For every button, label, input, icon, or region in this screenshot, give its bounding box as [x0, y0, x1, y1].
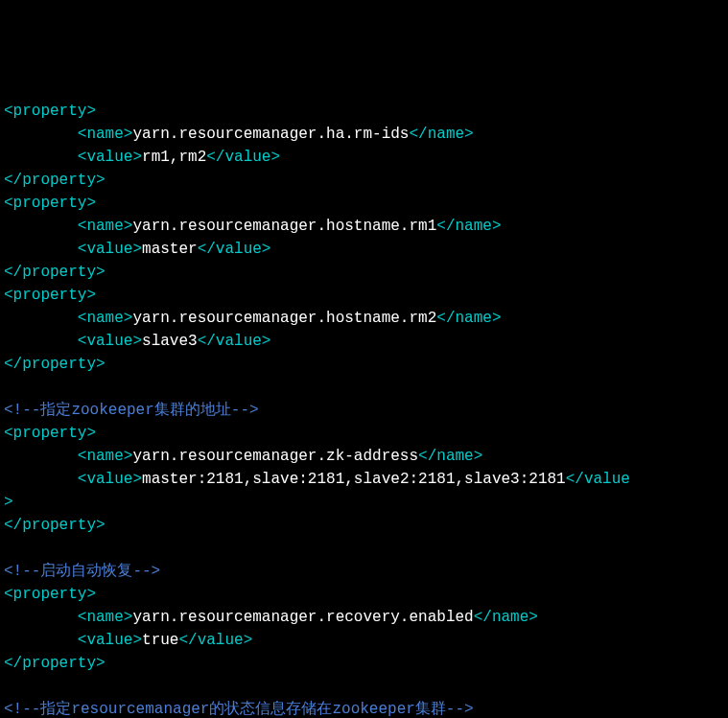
value-close-tag: </value> — [198, 241, 271, 258]
property-open-tag: <property> — [4, 425, 96, 442]
property-value: true — [142, 632, 178, 649]
terminal-code-block: <property> <name>yarn.resourcemanager.ha… — [4, 100, 724, 718]
name-open-tag: <name> — [78, 310, 133, 327]
property-close-tag: </property> — [4, 517, 106, 534]
name-close-tag: </name> — [436, 310, 501, 327]
property-open-tag: <property> — [4, 287, 96, 304]
comment-store: <!--指定resourcemanager的状态信息存储在zookeeper集群… — [4, 701, 474, 718]
property-close-tag: </property> — [4, 172, 106, 189]
comment-recovery: <!--启动自动恢复--> — [4, 563, 160, 580]
property-value: master — [142, 241, 198, 258]
value-close-tag: </value> — [206, 149, 280, 166]
property-value: rm1,rm2 — [142, 149, 206, 166]
value-close-tag: </value> — [198, 333, 271, 350]
value-open-tag: <value> — [78, 149, 142, 166]
property-open-tag: <property> — [4, 103, 96, 120]
property-open-tag: <property> — [4, 195, 96, 212]
name-open-tag: <name> — [78, 218, 133, 235]
property-close-tag: </property> — [4, 655, 106, 672]
name-close-tag: </name> — [418, 448, 482, 465]
value-close-bracket: > — [4, 494, 13, 511]
name-open-tag: <name> — [78, 448, 133, 465]
property-value: master:2181,slave:2181,slave2:2181,slave… — [142, 471, 566, 488]
property-close-tag: </property> — [4, 264, 106, 281]
value-open-tag: <value> — [78, 241, 142, 258]
property-name: yarn.resourcemanager.zk-address — [132, 448, 418, 465]
property-close-tag: </property> — [4, 356, 106, 373]
name-open-tag: <name> — [78, 126, 133, 143]
property-open-tag: <property> — [4, 586, 96, 603]
property-name: yarn.resourcemanager.recovery.enabled — [132, 609, 473, 626]
property-name: yarn.resourcemanager.ha.rm-ids — [132, 126, 409, 143]
value-close-tag: </value> — [178, 632, 252, 649]
value-open-tag: <value> — [78, 471, 142, 488]
property-name: yarn.resourcemanager.hostname.rm1 — [132, 218, 436, 235]
property-value: slave3 — [142, 333, 198, 350]
property-name: yarn.resourcemanager.hostname.rm2 — [132, 310, 436, 327]
name-close-tag: </name> — [436, 218, 501, 235]
value-open-tag: <value> — [78, 632, 142, 649]
name-close-tag: </name> — [474, 609, 538, 626]
name-open-tag: <name> — [78, 609, 133, 626]
name-close-tag: </name> — [409, 126, 473, 143]
value-close-tag-wrapped: </value — [566, 471, 630, 488]
value-open-tag: <value> — [78, 333, 142, 350]
comment-zookeeper: <!--指定zookeeper集群的地址--> — [4, 402, 259, 419]
